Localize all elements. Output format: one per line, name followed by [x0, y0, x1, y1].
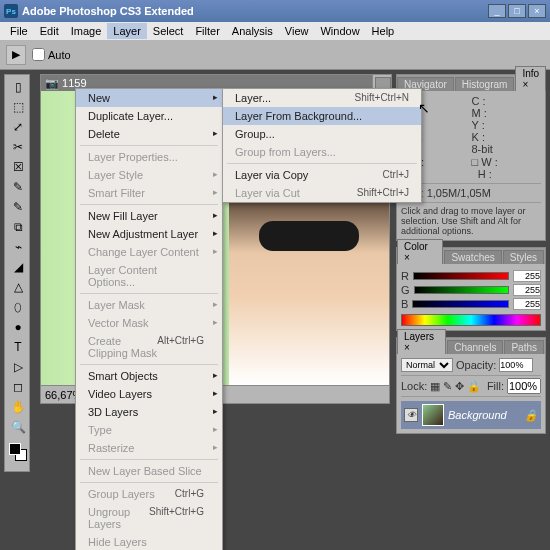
- menu-item: Layer Content Options...: [76, 261, 222, 291]
- menu-item: Smart Filter: [76, 184, 222, 202]
- lock-icon: 🔒: [524, 409, 538, 422]
- tool[interactable]: ⌁: [7, 237, 29, 257]
- tool[interactable]: ●: [7, 317, 29, 337]
- lock-all-icon[interactable]: 🔒: [467, 380, 481, 393]
- tool[interactable]: 🔍: [7, 417, 29, 437]
- menu-item: Type: [76, 421, 222, 439]
- menu-help[interactable]: Help: [366, 23, 401, 39]
- window-controls: _ □ ×: [488, 4, 546, 18]
- opacity-input[interactable]: [499, 358, 533, 372]
- image-content-detail: [259, 221, 359, 251]
- menu-filter[interactable]: Filter: [189, 23, 225, 39]
- menu-item: Vector Mask: [76, 314, 222, 332]
- b-slider[interactable]: B: [401, 298, 541, 310]
- menu-item[interactable]: Smart Objects: [76, 367, 222, 385]
- menu-item[interactable]: Layer From Background...: [223, 107, 421, 125]
- layer-menu: NewDuplicate Layer...DeleteLayer Propert…: [75, 88, 223, 550]
- tool[interactable]: ◢: [7, 257, 29, 277]
- tool[interactable]: T: [7, 337, 29, 357]
- menu-item: Layer via CutShift+Ctrl+J: [223, 184, 421, 202]
- menu-analysis[interactable]: Analysis: [226, 23, 279, 39]
- lock-position-icon[interactable]: ✥: [455, 380, 464, 393]
- tab-layers[interactable]: Layers ×: [397, 329, 446, 354]
- menu-view[interactable]: View: [279, 23, 315, 39]
- menu-item: Group LayersCtrl+G: [76, 485, 222, 503]
- tool[interactable]: ▯: [7, 77, 29, 97]
- options-bar: ▶ Auto: [0, 40, 550, 70]
- layer-thumbnail[interactable]: [422, 404, 444, 426]
- tool[interactable]: ⧉: [7, 217, 29, 237]
- menu-item: Layer Mask: [76, 296, 222, 314]
- auto-select-checkbox[interactable]: [32, 48, 45, 61]
- tab-channels[interactable]: Channels: [447, 340, 503, 354]
- layer-name: Background: [448, 409, 507, 421]
- menu-edit[interactable]: Edit: [34, 23, 65, 39]
- tab-swatches[interactable]: Swatches: [444, 250, 501, 264]
- lock-transparency-icon[interactable]: ▦: [430, 380, 440, 393]
- layers-tabs: Layers × Channels Paths: [397, 338, 545, 354]
- menu-item[interactable]: Video Layers: [76, 385, 222, 403]
- tab-paths[interactable]: Paths: [504, 340, 544, 354]
- visibility-icon[interactable]: 👁: [404, 408, 418, 422]
- new-submenu: Layer...Shift+Ctrl+NLayer From Backgroun…: [222, 88, 422, 203]
- menu-file[interactable]: File: [4, 23, 34, 39]
- tab-color[interactable]: Color ×: [397, 239, 443, 264]
- tool[interactable]: ⤢: [7, 117, 29, 137]
- menu-item: Rasterize: [76, 439, 222, 457]
- menu-item[interactable]: Duplicate Layer...: [76, 107, 222, 125]
- tool[interactable]: ⬯: [7, 297, 29, 317]
- color-panel: Color × Swatches Styles R G B: [396, 247, 546, 331]
- menu-image[interactable]: Image: [65, 23, 108, 39]
- minimize-button[interactable]: _: [488, 4, 506, 18]
- menu-item: Create Clipping MaskAlt+Ctrl+G: [76, 332, 222, 362]
- menu-layer[interactable]: Layer: [107, 23, 147, 39]
- menu-item[interactable]: New Fill Layer: [76, 207, 222, 225]
- tab-styles[interactable]: Styles: [503, 250, 544, 264]
- info-hint: Click and drag to move layer or selectio…: [401, 202, 541, 236]
- layers-body: Normal Opacity: Lock: ▦ ✎ ✥ 🔒 Fill: 👁 B: [397, 354, 545, 433]
- menu-select[interactable]: Select: [147, 23, 190, 39]
- maximize-button[interactable]: □: [508, 4, 526, 18]
- color-ramp[interactable]: [401, 314, 541, 326]
- tab-histogram[interactable]: Histogram: [455, 77, 515, 91]
- tool[interactable]: ☒: [7, 157, 29, 177]
- menu-item: Group from Layers...: [223, 143, 421, 161]
- tool[interactable]: ✂: [7, 137, 29, 157]
- close-button[interactable]: ×: [528, 4, 546, 18]
- tool-preset-icon[interactable]: ▶: [6, 45, 26, 65]
- menu-item[interactable]: 3D Layers: [76, 403, 222, 421]
- g-slider[interactable]: G: [401, 284, 541, 296]
- tool[interactable]: ✋: [7, 397, 29, 417]
- workspace: ▯⬚⤢✂☒✎✎⧉⌁◢△⬯●T▷◻✋🔍 📷 1159 66,67% NewDupl…: [0, 70, 550, 550]
- menu-item[interactable]: New Adjustment Layer: [76, 225, 222, 243]
- menubar: FileEditImageLayerSelectFilterAnalysisVi…: [0, 22, 550, 40]
- r-slider[interactable]: R: [401, 270, 541, 282]
- toolbox: ▯⬚⤢✂☒✎✎⧉⌁◢△⬯●T▷◻✋🔍: [4, 74, 30, 472]
- menu-window[interactable]: Window: [314, 23, 365, 39]
- fg-bg-colors[interactable]: [7, 441, 27, 469]
- menu-item[interactable]: Delete: [76, 125, 222, 143]
- menu-item[interactable]: New: [76, 89, 222, 107]
- menu-item: Change Layer Content: [76, 243, 222, 261]
- lock-pixels-icon[interactable]: ✎: [443, 380, 452, 393]
- menu-item: New Layer Based Slice: [76, 462, 222, 480]
- blend-mode-select[interactable]: Normal: [401, 358, 453, 372]
- titlebar: Ps Adobe Photoshop CS3 Extended _ □ ×: [0, 0, 550, 22]
- tool[interactable]: ▷: [7, 357, 29, 377]
- tool[interactable]: ⬚: [7, 97, 29, 117]
- tool[interactable]: △: [7, 277, 29, 297]
- layers-panel: Layers × Channels Paths Normal Opacity: …: [396, 337, 546, 434]
- menu-item[interactable]: Group...: [223, 125, 421, 143]
- menu-item[interactable]: Layer...Shift+Ctrl+N: [223, 89, 421, 107]
- menu-item: Layer Properties...: [76, 148, 222, 166]
- tab-info[interactable]: Info ×: [515, 66, 546, 91]
- tool[interactable]: ◻: [7, 377, 29, 397]
- tool[interactable]: ✎: [7, 197, 29, 217]
- color-body: R G B: [397, 264, 545, 330]
- tool[interactable]: ✎: [7, 177, 29, 197]
- menu-item[interactable]: Layer via CopyCtrl+J: [223, 166, 421, 184]
- layer-row-background[interactable]: 👁 Background 🔒: [401, 401, 541, 429]
- menu-item: Layer Style: [76, 166, 222, 184]
- fill-input[interactable]: [507, 378, 541, 394]
- auto-select-label: Auto: [48, 49, 71, 61]
